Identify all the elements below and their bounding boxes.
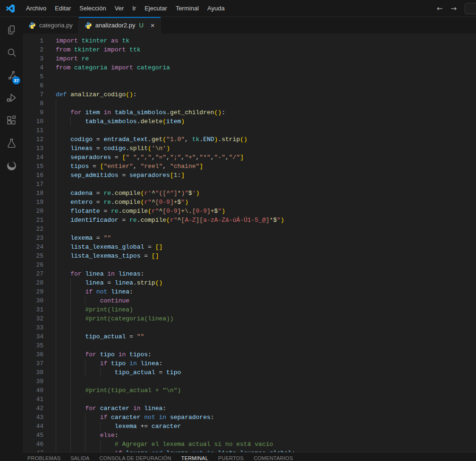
code-token: tipo <box>111 360 126 367</box>
line-number: 25 <box>23 251 56 260</box>
code-token <box>56 190 70 197</box>
panel-tab-comentarios[interactable]: COMENTARIOS <box>254 453 293 461</box>
code-line: 28 linea = linea.strip() <box>23 278 476 287</box>
tab-categoria-py[interactable]: categoria.py <box>23 17 79 34</box>
menu-item-ayuda[interactable]: Ayuda <box>203 0 229 17</box>
code-token: compile <box>140 217 166 224</box>
code-token: tkinter <box>82 37 108 44</box>
code-token: item <box>166 118 181 125</box>
code-token: 0-9 <box>159 199 170 206</box>
code-token: for <box>70 270 81 277</box>
code-line: 7def analizar_codigo(): <box>23 90 476 99</box>
menu-item-terminal[interactable]: Terminal <box>171 0 203 17</box>
ms-edge-icon[interactable] <box>0 154 23 177</box>
code-token: A-Z <box>185 217 196 224</box>
tab-analizador2-py[interactable]: analizador2.py U × <box>79 17 161 34</box>
code-token: = <box>111 154 122 161</box>
panel-tab-problemas[interactable]: PROBLEMAS <box>27 453 60 461</box>
menu-item-ver[interactable]: Ver <box>110 0 128 17</box>
code-token <box>56 145 70 152</box>
nav-back-icon[interactable]: ← <box>437 4 443 13</box>
testing-icon[interactable] <box>0 132 23 154</box>
indent-guide <box>70 431 71 440</box>
code-line: 26 <box>23 260 476 269</box>
line-number: 26 <box>23 260 56 269</box>
nav-forward-icon[interactable]: → <box>450 4 457 13</box>
code-token: : <box>162 405 166 412</box>
menu-bar: ArchivoEditarSelecciónVerIrEjecutarTermi… <box>22 0 229 17</box>
run-and-debug-icon[interactable] <box>0 86 23 109</box>
code-line-content <box>56 341 476 350</box>
code-token: if <box>85 288 93 295</box>
panel-tab-consola-de-depuraci-n[interactable]: CONSOLA DE DEPURACIÓN <box>100 453 171 461</box>
code-token: , <box>185 136 192 143</box>
code-token <box>56 208 70 215</box>
code-token: lineas <box>70 145 93 152</box>
panel-tab-puertos[interactable]: PUERTOS <box>218 453 244 461</box>
code-token: tipo_actual <box>85 333 126 340</box>
code-line: 15 tipos = ["entier", "reel", "chaine"] <box>23 162 476 171</box>
menu-item-archivo[interactable]: Archivo <box>22 0 51 17</box>
code-token: ) <box>185 199 188 206</box>
code-line-content <box>56 72 476 81</box>
code-token: cadena <box>70 190 93 197</box>
code-token: in <box>107 270 115 277</box>
indent-guide <box>56 449 56 452</box>
code-token: [] <box>152 252 159 260</box>
line-number: 37 <box>23 359 56 368</box>
search-icon[interactable] <box>0 41 23 64</box>
code-token: re <box>111 208 119 215</box>
code-token: = <box>89 163 100 170</box>
command-center-search[interactable] <box>465 3 476 14</box>
code-token: linea <box>115 279 133 286</box>
code-token: caracter <box>152 423 181 430</box>
code-token: re <box>82 55 89 62</box>
code-line-content: entero = re.compile(r"^[0-9]+$") <box>56 198 476 207</box>
line-number: 35 <box>23 341 56 350</box>
indent-guide <box>70 413 71 422</box>
code-editor[interactable]: 1import tkinter as tk2from tkinter impor… <box>23 34 476 452</box>
code-token <box>78 55 82 62</box>
code-token: \. <box>185 208 192 215</box>
explorer-icon[interactable] <box>0 18 23 41</box>
code-token: lexema <box>166 450 188 452</box>
panel-tab-salida[interactable]: SALIDA <box>70 453 89 461</box>
menu-item-editar[interactable]: Editar <box>51 0 75 17</box>
menu-item-selecci-n[interactable]: Selección <box>75 0 110 17</box>
code-token: "," <box>140 154 151 161</box>
code-token: in <box>103 109 111 116</box>
code-token: () <box>214 109 222 116</box>
code-line-content: tipos = ["entier", "reel", "chaine"] <box>56 162 476 171</box>
indent-guide <box>56 287 56 296</box>
code-token: if <box>100 414 108 421</box>
code-token: tipo <box>100 351 115 358</box>
code-token: if <box>100 360 108 367</box>
code-token: + <box>181 208 185 215</box>
indent-guide <box>56 341 56 350</box>
code-token: categoria <box>74 64 107 71</box>
line-number: 16 <box>23 171 56 180</box>
code-line-content: #print(tipo_actual + "\n") <box>56 386 476 395</box>
code-line-content: tipo_actual = tipo <box>56 368 476 377</box>
code-token <box>56 235 70 242</box>
code-token <box>115 351 119 358</box>
code-line-content: from tkinter import ttk <box>56 45 476 54</box>
code-line-content: for item in tabla_simbolos.get_children(… <box>56 108 476 117</box>
code-token: = <box>140 252 151 260</box>
extensions-icon[interactable] <box>0 109 23 132</box>
code-token: " <box>170 190 174 197</box>
code-line: 8 <box>23 99 476 108</box>
close-tab-icon[interactable]: × <box>151 22 155 29</box>
code-token: = <box>144 243 155 251</box>
menu-item-ir[interactable]: Ir <box>128 0 140 17</box>
indent-guide <box>56 413 56 422</box>
code-line-content: continue <box>56 296 476 305</box>
code-token: = <box>93 190 103 197</box>
line-number: 17 <box>23 180 56 189</box>
menu-item-ejecutar[interactable]: Ejecutar <box>140 0 171 17</box>
code-token: "*" <box>199 154 210 161</box>
panel-tab-terminal[interactable]: TERMINAL <box>181 453 208 461</box>
line-number: 43 <box>23 413 56 422</box>
source-control-icon[interactable]: 37 <box>0 64 23 86</box>
code-token: ( <box>162 136 166 143</box>
